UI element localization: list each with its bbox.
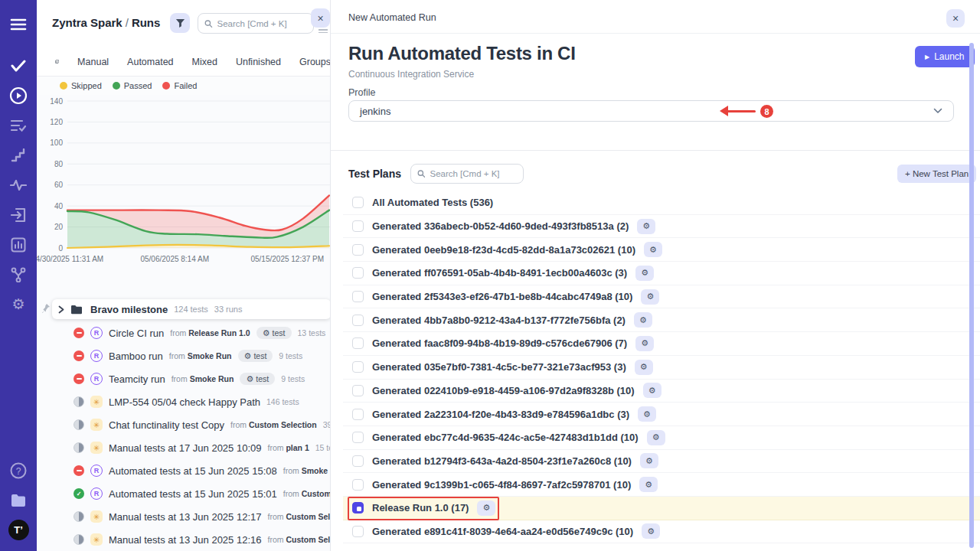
checkbox[interactable] [352,385,364,396]
test-plan-row[interactable]: Generated 2a223104-f20e-4b43-83d9-e78459… [343,403,980,426]
select-all-icon[interactable] [55,55,59,68]
new-test-plan-button[interactable]: + New Test Plan [897,165,976,183]
test-plan-row[interactable]: Release Run 1.0 (17)⚙ [343,497,980,520]
checkbox-checked[interactable] [352,502,364,514]
test-plan-settings-button[interactable]: ⚙ [635,360,653,375]
profile-select[interactable]: jenkins [348,100,954,122]
checkbox[interactable] [352,409,364,420]
test-plan-row[interactable]: Generated 0eeb9e18-f23d-4cd5-82dd-8a1a73… [343,238,980,262]
test-plan-row[interactable]: Generated 4bb7a8b0-9212-43a4-b137-f772fe… [343,308,980,332]
runs-panel-close-button[interactable]: × [311,8,330,28]
reports-icon[interactable] [0,230,37,259]
test-plan-row[interactable]: Generated ebc77c4d-9635-424c-ac5e-427483… [343,426,980,450]
test-plans-search[interactable] [410,164,524,184]
test-plan-settings-button[interactable]: ⚙ [639,477,658,492]
checkbox[interactable] [352,455,364,467]
checkbox[interactable] [352,432,364,443]
test-plan-row[interactable]: Generated ff076591-05ab-4b4b-8491-1ecb00… [343,262,980,285]
test-plans-search-input[interactable] [430,169,517,178]
test-plan-settings-button[interactable]: ⚙ [637,219,655,234]
test-plan-row[interactable]: Generated 2f5343e3-ef26-47b1-be8b-44cabc… [343,285,980,309]
run-row[interactable]: ✳LMP-554 05/04 check Happy Path146 tests [37,390,331,413]
test-plan-settings-button[interactable]: ⚙ [635,336,654,351]
checkbox[interactable] [352,337,364,349]
test-badge[interactable]: ⚙test [238,350,273,362]
test-plan-settings-button[interactable]: ⚙ [635,266,654,281]
test-plan-settings-button[interactable]: ⚙ [643,383,662,398]
check-icon[interactable] [0,51,37,80]
test-plan-row[interactable]: Generated faac8f09-94b8-4b19-89d9-c576cd… [343,332,980,356]
right-panel-scrollbar[interactable] [969,43,974,548]
test-plan-settings-button[interactable]: ⚙ [477,500,495,516]
run-row[interactable]: ✳Chat functinality test Copyfrom Custom … [37,413,331,436]
integrations-icon[interactable] [0,259,37,289]
checkbox[interactable] [352,197,364,208]
test-plans-header: Test Plans [348,163,524,184]
checkbox[interactable] [352,220,364,232]
run-row[interactable]: RTeamcity runfrom Smoke Run⚙test9 tests [37,367,331,390]
run-row[interactable]: ✳Manual tests at 13 Jun 2025 12:17from C… [37,505,331,528]
test-plan-row[interactable]: Generated e891c41f-8039-4e64-aa24-e0d56e… [343,520,980,544]
test-plan-row[interactable]: Generated 9c1399b1-c065-4f84-8697-7af2c5… [343,473,980,497]
gear-icon: ⚙ [646,292,654,301]
milestone-row[interactable]: Bravo milestone 124 tests 33 runs [52,299,331,319]
drawer-title: New Automated Run [348,12,436,23]
run-row[interactable]: ✓RAutomated tests at 15 Jun 2025 15:01fr… [37,482,331,505]
activity-icon[interactable] [0,170,37,200]
manual-run-icon: ✳ [90,442,103,454]
tab-mixed[interactable]: Mixed [192,57,217,67]
test-badge[interactable]: ⚙test [240,373,275,385]
tab-groups[interactable]: Groups [299,57,331,67]
gear-icon: ⚙ [642,222,650,230]
run-row[interactable]: ✳Manual tests at 13 Jun 2025 12:16from C… [37,528,331,551]
test-plan-row[interactable]: Generated 035e7bf0-7381-4c5c-be77-321e73… [343,356,980,380]
launch-button[interactable]: ▶ Launch [915,46,975,67]
test-plan-settings-button[interactable]: ⚙ [641,289,659,305]
help-icon[interactable]: ? [0,455,37,485]
test-plan-settings-button[interactable]: ⚙ [647,430,665,445]
test-plan-label: Generated 4bb7a8b0-9212-43a4-b137-f772fe… [372,315,626,326]
checkbox[interactable] [352,244,364,256]
test-plan-row[interactable]: Generated 022410b9-e918-4459-a106-97d2a9… [343,380,980,403]
drawer-close-button[interactable]: × [946,9,965,28]
checkbox[interactable] [352,267,364,279]
checkbox[interactable] [352,315,364,326]
runs-search-input[interactable] [217,19,307,28]
chevron-right-icon[interactable] [58,305,64,314]
brand-logo[interactable]: T’ [0,515,37,545]
checkbox[interactable] [352,526,364,537]
test-plan-row[interactable]: Generated 336abecb-0b52-4d60-9ded-493f3f… [343,215,980,239]
test-plan-settings-button[interactable]: ⚙ [640,453,658,468]
import-icon[interactable] [0,200,37,230]
status-failed-icon [74,465,84,476]
checkbox[interactable] [352,291,364,302]
breadcrumb-project[interactable]: Zyntra Spark [52,16,122,29]
test-plan-settings-button[interactable]: ⚙ [638,406,656,422]
run-row[interactable]: RCircle CI runfrom Release Run 1.0⚙test1… [37,321,331,344]
run-row[interactable]: ✳Manual tests at 17 Jun 2025 10:09from p… [37,436,331,459]
legend-dot [113,82,120,90]
test-plan-settings-button[interactable]: ⚙ [644,242,662,257]
checkbox[interactable] [352,361,364,373]
filter-button[interactable] [170,13,190,33]
clipped-icon-fragment [318,29,328,33]
run-source: from Release Run 1.0 [170,328,250,337]
checkbox[interactable] [352,479,364,491]
settings-gear-icon[interactable]: ⚙ [0,289,37,319]
run-row[interactable]: RAutomated tests at 15 Jun 2025 15:08fro… [37,459,331,482]
test-plan-row[interactable]: All Automated Tests (536) [343,191,980,215]
tab-manual[interactable]: Manual [77,57,109,67]
list-check-icon[interactable] [0,110,37,140]
run-row[interactable]: RBamboo runfrom Smoke Run⚙test9 tests [37,344,331,367]
menu-icon[interactable] [0,9,37,39]
steps-icon[interactable] [0,140,37,170]
tab-automated[interactable]: Automated [127,57,173,67]
play-circle-icon[interactable] [0,80,37,110]
test-plan-settings-button[interactable]: ⚙ [634,312,652,328]
test-badge[interactable]: ⚙test [256,327,292,339]
tab-unfinished[interactable]: Unfinished [236,57,281,67]
runs-search[interactable] [198,13,314,34]
test-plan-settings-button[interactable]: ⚙ [642,523,660,539]
documents-icon[interactable] [0,485,37,515]
test-plan-row[interactable]: Generated b12794f3-643a-4a2d-8504-23f1e7… [343,450,980,474]
